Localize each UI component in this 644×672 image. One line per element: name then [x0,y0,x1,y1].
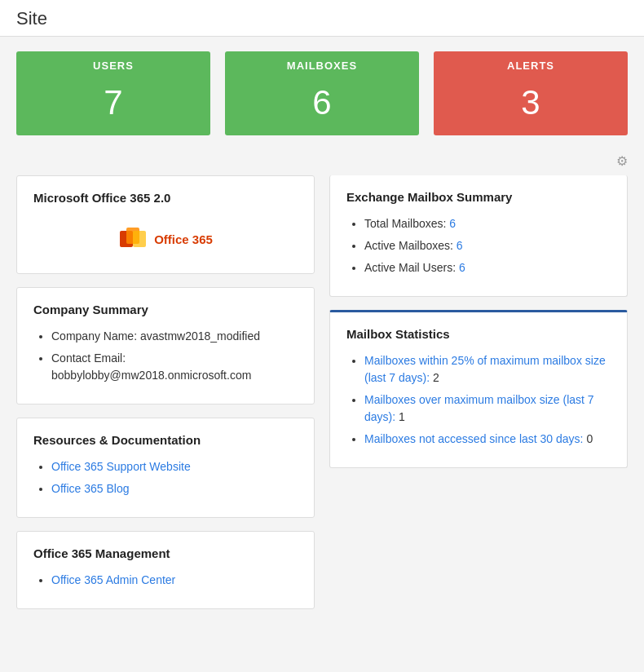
stats-row: USERS 7 MAILBOXES 6 ALERTS 3 [0,37,644,150]
svg-rect-2 [133,231,146,247]
mailbox-stats-list: Mailboxes within 25% of maximum mailbox … [346,352,611,448]
page-title: Site [16,8,47,29]
page-header: Site [0,0,644,37]
list-item: Mailboxes over maximum mailbox size (las… [364,391,611,426]
list-item: Mailboxes within 25% of maximum mailbox … [364,352,611,387]
office365-logo-area: Office 365 [33,216,298,259]
company-name-label: Company Name: [51,329,140,343]
stat-card-alerts: ALERTS 3 [434,51,628,135]
office365-logo-svg [118,224,148,254]
contact-email-value: bobbylobby@mw2018.onmicrosoft.com [51,369,251,382]
mailbox-over-max-value: 1 [399,410,405,423]
company-summary-list: Company Name: avastmw2018_modified Conta… [33,328,298,384]
right-column: Exchange Mailbox Summary Total Mailboxes… [329,175,628,609]
list-item: Active Mailboxes: 6 [364,237,611,254]
active-mailboxes-value: 6 [457,239,463,252]
main-content: Microsoft Office 365 2.0 Office 365 Comp… [0,170,644,626]
contact-email-label: Contact Email: [51,351,126,365]
list-item: Office 365 Support Website [51,458,298,475]
mailbox-not-accessed-value: 0 [586,432,593,445]
admin-center-link[interactable]: Office 365 Admin Center [51,573,175,586]
support-website-link[interactable]: Office 365 Support Website [51,460,191,473]
mailbox-stats-title: Mailbox Statistics [346,327,611,341]
stat-value: 3 [434,77,628,135]
resources-card: Resources & Documentation Office 365 Sup… [16,418,315,518]
list-item: Active Mail Users: 6 [364,259,611,276]
exchange-summary-card: Exchange Mailbox Summary Total Mailboxes… [329,175,628,297]
management-title: Office 365 Management [33,546,298,560]
total-mailboxes-label: Total Mailboxes: [364,217,449,230]
stat-value: 6 [225,77,419,135]
resources-list: Office 365 Support Website Office 365 Bl… [33,458,298,497]
list-item: Contact Email: bobbylobby@mw2018.onmicro… [51,350,298,384]
company-name-value: avastmw2018_modified [140,329,260,343]
stat-card-users: USERS 7 [16,51,210,135]
exchange-summary-title: Exchange Mailbox Summary [346,190,611,204]
stat-label: USERS [16,51,210,77]
management-list: Office 365 Admin Center [33,572,298,589]
active-mail-users-value: 6 [459,261,465,274]
management-card: Office 365 Management Office 365 Admin C… [16,531,315,609]
gear-icon[interactable]: ⚙ [616,153,628,169]
active-mailboxes-label: Active Mailboxes: [364,239,457,252]
mailbox-25pct-value: 2 [433,371,439,384]
active-mail-users-label: Active Mail Users: [364,261,459,274]
office365-logo-text: Office 365 [154,232,213,246]
total-mailboxes-value: 6 [449,217,456,230]
list-item: Company Name: avastmw2018_modified [51,328,298,345]
gear-row: ⚙ [0,150,644,170]
list-item: Mailboxes not accessed since last 30 day… [364,431,611,448]
mailbox-stats-card: Mailbox Statistics Mailboxes within 25% … [329,310,628,468]
mailbox-25pct-label: Mailboxes within 25% of maximum mailbox … [364,354,606,384]
exchange-summary-list: Total Mailboxes: 6 Active Mailboxes: 6 A… [346,215,611,276]
left-column: Microsoft Office 365 2.0 Office 365 Comp… [16,175,315,609]
list-item: Office 365 Admin Center [51,572,298,589]
mailbox-not-accessed-label: Mailboxes not accessed since last 30 day… [364,432,586,445]
company-summary-card: Company Summary Company Name: avastmw201… [16,287,315,405]
list-item: Total Mailboxes: 6 [364,215,611,232]
office365-card-title: Microsoft Office 365 2.0 [33,191,298,205]
stat-label: MAILBOXES [225,51,419,77]
list-item: Office 365 Blog [51,480,298,497]
resources-title: Resources & Documentation [33,433,298,447]
company-summary-title: Company Summary [33,303,298,316]
stat-value: 7 [16,77,210,135]
office365-blog-link[interactable]: Office 365 Blog [51,482,129,495]
office365-card: Microsoft Office 365 2.0 Office 365 [16,175,315,274]
stat-card-mailboxes: MAILBOXES 6 [225,51,419,135]
stat-label: ALERTS [434,51,628,77]
